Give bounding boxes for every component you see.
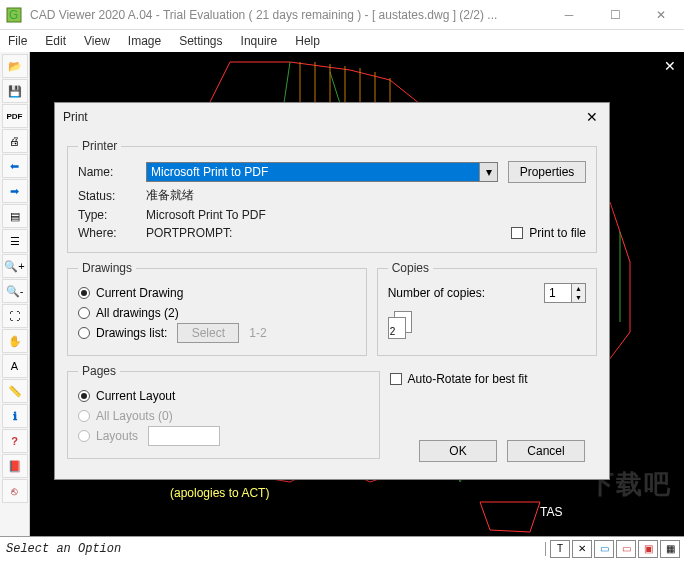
layouts-input xyxy=(148,426,220,446)
status-text-icon[interactable]: T xyxy=(550,540,570,558)
menu-image[interactable]: Image xyxy=(128,34,161,48)
svg-text:G: G xyxy=(9,8,18,22)
menu-help[interactable]: Help xyxy=(295,34,320,48)
drawings-list-radio[interactable]: Drawings list: xyxy=(78,326,167,340)
all-layouts-radio: All Layouts (0) xyxy=(78,409,173,423)
current-layout-radio[interactable]: Current Layout xyxy=(78,389,175,403)
dialog-close-icon[interactable]: ✕ xyxy=(583,108,601,126)
zoom-in-icon[interactable]: 🔍+ xyxy=(2,254,28,278)
pdf-icon[interactable]: PDF xyxy=(2,104,28,128)
copies-legend: Copies xyxy=(388,261,433,275)
type-value: Microsoft Print To PDF xyxy=(146,208,266,222)
copies-group: Copies Number of copies: 1 ▲▼ 2 2 xyxy=(377,261,597,356)
num-copies-label: Number of copies: xyxy=(388,286,485,300)
fit-icon[interactable]: ⛶ xyxy=(2,304,28,328)
grid-icon[interactable]: ▤ xyxy=(2,204,28,228)
window-title: CAD Viewer 2020 A.04 - Trial Evaluation … xyxy=(28,8,546,22)
canvas-close-icon[interactable]: ✕ xyxy=(664,58,676,74)
current-drawing-radio[interactable]: Current Drawing xyxy=(78,286,183,300)
chevron-down-icon[interactable]: ▾ xyxy=(479,163,497,181)
help-icon[interactable]: ? xyxy=(2,429,28,453)
menu-edit[interactable]: Edit xyxy=(45,34,66,48)
range-text: 1-2 xyxy=(249,326,266,340)
menu-inquire[interactable]: Inquire xyxy=(241,34,278,48)
printer-name-value: Microsoft Print to PDF xyxy=(151,165,268,179)
text-icon[interactable]: A xyxy=(2,354,28,378)
save-icon[interactable]: 💾 xyxy=(2,79,28,103)
menu-view[interactable]: View xyxy=(84,34,110,48)
layouts-radio: Layouts xyxy=(78,429,138,443)
spin-up-icon[interactable]: ▲ xyxy=(571,284,585,293)
status-r4-icon[interactable]: ▦ xyxy=(660,540,680,558)
drawings-group: Drawings Current Drawing All drawings (2… xyxy=(67,261,367,356)
print-icon[interactable]: 🖨 xyxy=(2,129,28,153)
close-button[interactable]: ✕ xyxy=(638,0,684,30)
all-drawings-radio[interactable]: All drawings (2) xyxy=(78,306,179,320)
pan-icon[interactable]: ✋ xyxy=(2,329,28,353)
info-icon[interactable]: ℹ xyxy=(2,404,28,428)
menu-settings[interactable]: Settings xyxy=(179,34,222,48)
pages-legend: Pages xyxy=(78,364,120,378)
measure-icon[interactable]: 📏 xyxy=(2,379,28,403)
status-x-icon[interactable]: ✕ xyxy=(572,540,592,558)
print-to-file-checkbox[interactable]: Print to file xyxy=(511,226,586,240)
status-text: Select an Option xyxy=(0,542,546,556)
cancel-button[interactable]: Cancel xyxy=(507,440,585,462)
properties-button[interactable]: Properties xyxy=(508,161,586,183)
ok-button[interactable]: OK xyxy=(419,440,497,462)
exit-icon[interactable]: ⎋ xyxy=(2,479,28,503)
printer-legend: Printer xyxy=(78,139,121,153)
apology-text: (apologies to ACT) xyxy=(170,486,269,500)
menu-file[interactable]: File xyxy=(8,34,27,48)
printer-name-combo[interactable]: Microsoft Print to PDF ▾ xyxy=(146,162,498,182)
book-icon[interactable]: 📕 xyxy=(2,454,28,478)
print-dialog: Print ✕ Printer Name: Microsoft Print to… xyxy=(54,102,610,480)
printer-group: Printer Name: Microsoft Print to PDF ▾ P… xyxy=(67,139,597,253)
prev-icon[interactable]: ⬅ xyxy=(2,154,28,178)
left-toolbar: 📂 💾 PDF 🖨 ⬅ ➡ ▤ ☰ 🔍+ 🔍- ⛶ ✋ A 📏 ℹ ? 📕 ⎋ xyxy=(0,52,30,536)
status-r3-icon[interactable]: ▣ xyxy=(638,540,658,558)
select-button[interactable]: Select xyxy=(177,323,239,343)
status-r1-icon[interactable]: ▭ xyxy=(594,540,614,558)
where-value: PORTPROMPT: xyxy=(146,226,232,240)
dialog-title: Print xyxy=(63,110,583,124)
maximize-button[interactable]: ☐ xyxy=(592,0,638,30)
menu-bar: File Edit View Image Settings Inquire He… xyxy=(0,30,684,52)
where-label: Where: xyxy=(78,226,136,240)
spin-down-icon[interactable]: ▼ xyxy=(571,293,585,302)
next-icon[interactable]: ➡ xyxy=(2,179,28,203)
layers-icon[interactable]: ☰ xyxy=(2,229,28,253)
status-value: 准备就绪 xyxy=(146,187,194,204)
zoom-out-icon[interactable]: 🔍- xyxy=(2,279,28,303)
status-label: Status: xyxy=(78,189,136,203)
collate-icon: 2 2 xyxy=(388,311,416,339)
drawings-legend: Drawings xyxy=(78,261,136,275)
open-icon[interactable]: 📂 xyxy=(2,54,28,78)
minimize-button[interactable]: ─ xyxy=(546,0,592,30)
app-icon: G xyxy=(4,5,24,25)
num-copies-input[interactable]: 1 ▲▼ xyxy=(544,283,586,303)
name-label: Name: xyxy=(78,165,136,179)
type-label: Type: xyxy=(78,208,136,222)
pages-group: Pages Current Layout All Layouts (0) Lay… xyxy=(67,364,380,459)
status-r2-icon[interactable]: ▭ xyxy=(616,540,636,558)
autorotate-checkbox[interactable]: Auto-Rotate for best fit xyxy=(390,372,528,386)
tas-label: TAS xyxy=(540,505,562,519)
